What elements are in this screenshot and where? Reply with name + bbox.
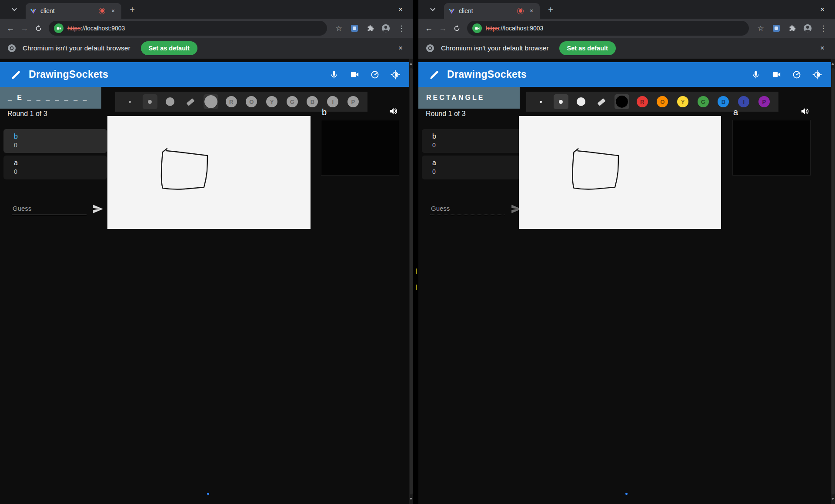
camera-in-use-badge[interactable] [54,23,63,33]
camera-in-use-badge[interactable] [472,23,482,33]
remote-video-panel: b [321,105,399,176]
scrollbar-down-arrow[interactable] [832,498,834,500]
url-text: https://localhost:9003 [67,25,125,32]
bookmark-star-icon[interactable]: ☆ [333,23,344,34]
browser-menu-icon[interactable]: ⋮ [818,23,829,34]
set-as-default-button[interactable]: Set as default [559,41,616,55]
forward-button[interactable]: → [17,21,31,35]
brush-size-small-button[interactable] [533,94,548,109]
color-orange-button[interactable]: O [655,94,670,109]
new-tab-button[interactable]: + [127,4,137,15]
tab-title: client [459,7,517,14]
word-display: _ E _ _ _ _ _ _ _ [8,94,88,102]
forward-button[interactable]: → [436,21,450,35]
browser-tab[interactable]: client × [444,3,540,19]
browser-tab[interactable]: client × [26,3,121,19]
back-button[interactable]: ← [3,21,17,35]
color-red-button[interactable]: R [635,94,650,109]
player-name: b [14,133,102,140]
speed-gauge-icon[interactable] [370,70,380,80]
scrollbar-up-arrow[interactable] [832,63,834,65]
page-scrollbar[interactable] [831,59,835,504]
color-blue-button[interactable]: B [716,94,731,109]
infobar-close-icon[interactable]: × [817,43,828,54]
drawing-canvas[interactable] [519,116,721,229]
microphone-icon[interactable] [751,70,761,80]
color-yellow-button[interactable]: Y [675,94,690,109]
extensions-puzzle-icon[interactable] [364,23,376,34]
tab-close-button[interactable]: × [528,7,535,15]
new-tab-button[interactable]: + [545,4,556,15]
browser-toolbar: ← → https://localhost:9003 ☆ ⋮ [418,19,835,38]
scrollbar-down-arrow[interactable] [410,498,412,500]
eraser-tool-button[interactable] [594,94,609,109]
color-green-button[interactable]: G [696,94,711,109]
tab-strip: client × + × [0,0,413,19]
remote-video-panel: a [732,105,811,176]
color-blue-button: B [305,94,320,109]
browser-menu-icon[interactable]: ⋮ [396,23,407,34]
guess-area [430,202,522,215]
word-banner: _ E _ _ _ _ _ _ _ [0,87,101,109]
url-scheme: https [67,25,80,32]
tab-search-chevron-icon[interactable] [10,6,18,13]
drawn-rectangle-stroke [572,149,618,189]
back-button[interactable]: ← [422,21,436,35]
address-bar[interactable]: https://localhost:9003 [467,21,749,36]
brightness-icon[interactable] [390,70,401,80]
brush-size-large-button[interactable] [574,94,588,109]
profile-avatar-icon[interactable] [380,23,391,34]
page-scrollbar[interactable] [409,59,413,504]
scrollbar-thumb[interactable] [832,68,835,494]
set-as-default-button[interactable]: Set as default [141,41,197,55]
player-score: 0 [14,168,102,175]
videocam-icon[interactable] [349,70,360,80]
player-name: a [432,159,520,167]
tab-close-button[interactable]: × [109,7,117,15]
color-black-button[interactable] [615,94,629,109]
color-black-button [204,94,218,109]
page-content: DrawingSockets RECTANGLE Round 1 of 3 [418,59,835,504]
reload-button[interactable] [450,21,464,35]
tab-search-chevron-icon[interactable] [429,6,437,13]
reload-button[interactable] [31,21,45,35]
guess-area [12,202,104,215]
bookmark-star-icon[interactable]: ☆ [755,23,766,34]
address-bar[interactable]: https://localhost:9003 [49,21,327,36]
brush-size-medium-button[interactable] [554,94,568,109]
drawing-canvas[interactable] [107,116,311,229]
pencil-logo-icon [10,69,22,80]
color-red-button: R [224,94,239,109]
window-close-button[interactable]: × [817,4,828,15]
send-guess-icon[interactable] [92,203,104,215]
extensions-puzzle-icon[interactable] [786,23,798,34]
infobar-close-icon[interactable]: × [395,43,406,54]
chromium-logo-icon [425,43,435,53]
edge-artifact [416,269,417,274]
default-browser-infobar: Chromium isn't your default browser Set … [0,38,413,59]
player-row: b 0 [3,129,107,153]
pinned-extension-icon[interactable] [771,23,782,34]
url-rest: ://localhost:9003 [499,25,543,32]
pinned-extension-icon[interactable] [349,23,360,34]
recording-indicator-icon [517,8,524,14]
volume-icon[interactable] [800,106,810,118]
scrollbar-thumb[interactable] [410,68,413,494]
scrollbar-up-arrow[interactable] [410,63,412,65]
speed-gauge-icon[interactable] [792,70,802,80]
pencil-logo-icon [429,69,440,80]
guess-input[interactable] [12,202,87,215]
profile-avatar-icon[interactable] [802,23,813,34]
videocam-icon[interactable] [771,70,782,80]
infobar-message: Chromium isn't your default browser [23,44,130,52]
app-title: DrawingSockets [29,69,108,80]
player-name: a [14,159,102,167]
browser-window-right: client × + × ← → https://localhost:9003 … [418,0,835,504]
brightness-icon[interactable] [812,70,822,80]
volume-icon[interactable] [389,106,398,118]
player-score: 0 [14,142,102,149]
app-title: DrawingSockets [447,69,527,80]
microphone-icon[interactable] [329,70,339,80]
chromium-logo-icon [7,43,17,53]
window-close-button[interactable]: × [395,4,406,15]
